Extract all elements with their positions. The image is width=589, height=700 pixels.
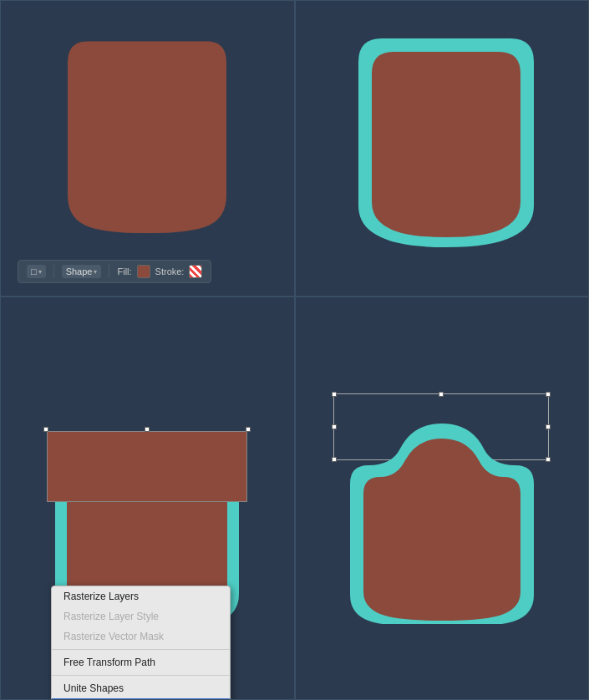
bl-selection: [46, 429, 248, 502]
main-grid: □ ▾ Shape ▾ Fill: Stroke:: [0, 0, 589, 700]
handle-tl: [43, 427, 48, 432]
menu-item-rasterize-layer-style: Rasterize Layer Style: [52, 606, 230, 626]
chevron-icon-2: ▾: [94, 268, 97, 276]
result-shape-group: [333, 393, 551, 627]
shape-mode-icon: □: [31, 266, 37, 276]
menu-divider: [52, 649, 230, 650]
teal-shape-outer: [358, 38, 526, 239]
handle-br: [546, 457, 551, 462]
fill-label: Fill:: [117, 266, 131, 276]
handle-tm: [145, 427, 150, 432]
cell-top-right: [295, 0, 590, 297]
menu-item-unite-shapes[interactable]: Unite Shapes: [52, 678, 230, 698]
brown-shape-svg: [68, 41, 226, 233]
cell-bottom-left: Rasterize LayersRasterize Layer StyleRas…: [0, 297, 295, 700]
toolbar-separator-1: [53, 265, 54, 278]
handle-tl: [332, 392, 337, 397]
stroke-swatch[interactable]: [189, 265, 202, 278]
context-menu: Rasterize LayersRasterize Layer StyleRas…: [51, 586, 231, 700]
menu-divider: [52, 675, 230, 676]
cell-top-left: □ ▾ Shape ▾ Fill: Stroke:: [0, 0, 295, 297]
handle-bl: [332, 457, 337, 462]
handle-tm: [439, 392, 444, 397]
handle-mr: [546, 424, 551, 429]
chevron-icon: ▾: [38, 268, 42, 276]
shape-label: Shape: [66, 266, 93, 276]
toolbar-separator-2: [109, 265, 109, 278]
shape-dropdown[interactable]: Shape ▾: [62, 265, 102, 278]
menu-item-free-transform-path[interactable]: Free Transform Path: [52, 652, 230, 672]
teal-brown-shape-svg: [358, 38, 534, 247]
result-container: [333, 393, 551, 627]
shape-tl-container: [68, 41, 226, 236]
result-svg: [350, 424, 534, 624]
handle-ml: [332, 424, 337, 429]
menu-item-rasterize-layers[interactable]: Rasterize Layers: [52, 586, 230, 606]
result-cup: [350, 424, 534, 627]
toolbar: □ ▾ Shape ▾ Fill: Stroke:: [18, 260, 211, 283]
cell-bottom-right: [295, 297, 590, 700]
shape-mode-dropdown[interactable]: □ ▾: [27, 265, 46, 278]
handle-tr: [246, 427, 251, 432]
menu-item-rasterize-vector-mask: Rasterize Vector Mask: [52, 626, 230, 647]
shape-tr-container: [358, 38, 526, 239]
fill-swatch[interactable]: [137, 265, 150, 278]
stroke-label: Stroke:: [155, 266, 185, 276]
handle-tr: [546, 392, 551, 397]
